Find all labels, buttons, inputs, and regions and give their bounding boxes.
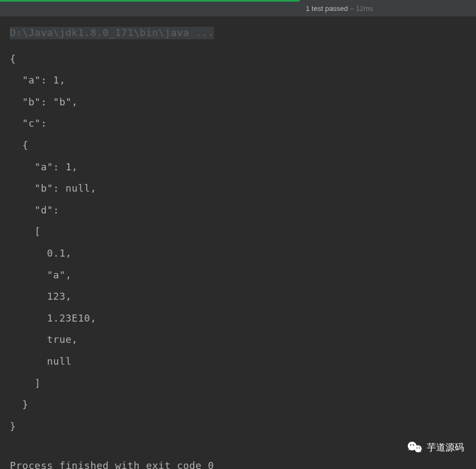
svg-point-2: [413, 444, 414, 446]
test-progress-bar: [0, 0, 300, 2]
test-time-text: – 12ms: [348, 4, 373, 13]
test-result-text: 1 test passed: [306, 4, 348, 13]
wechat-icon: [407, 441, 423, 454]
svg-point-3: [415, 446, 422, 453]
test-status-header: 1 test passed – 12ms: [0, 0, 476, 16]
svg-point-4: [416, 448, 418, 449]
watermark: 芋道源码: [407, 441, 464, 454]
svg-point-1: [410, 444, 411, 446]
java-command-line: D:\Java\jdk1.8.0_171\bin\java ...: [10, 27, 214, 39]
svg-point-5: [419, 448, 420, 449]
test-status-area: 1 test passed – 12ms: [306, 4, 373, 13]
watermark-text: 芋道源码: [427, 441, 464, 454]
console-output[interactable]: D:\Java\jdk1.8.0_171\bin\java ... { "a":…: [0, 16, 476, 469]
process-exit-line: Process finished with exit code 0: [10, 458, 476, 469]
json-output-text: { "a": 1, "b": "b", "c": { "a": 1, "b": …: [10, 48, 476, 437]
